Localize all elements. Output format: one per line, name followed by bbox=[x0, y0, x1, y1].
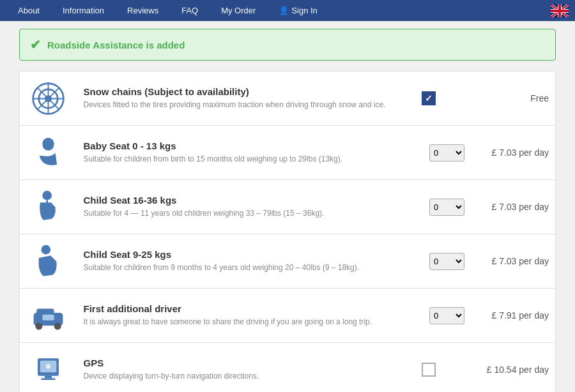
item-icon-child-seat-9-25 bbox=[20, 234, 77, 289]
item-desc-child-seat-9-25: Child Seat 9-25 kgsSuitable for children… bbox=[77, 234, 415, 289]
item-desc-baby-seat: Baby Seat 0 - 13 kgsSuitable for childre… bbox=[77, 126, 415, 180]
nav-my-order[interactable]: My Order bbox=[210, 0, 267, 21]
quantity-select[interactable]: 012345 bbox=[429, 253, 464, 270]
svg-point-12 bbox=[42, 245, 51, 254]
item-price-first-additional-driver: £ 7.91 per day bbox=[479, 289, 556, 343]
item-title: Child Seat 9-25 kgs bbox=[84, 249, 409, 260]
item-price-gps: £ 10.54 per day bbox=[479, 343, 556, 393]
checkbox-checked[interactable]: ✓ bbox=[422, 91, 436, 105]
extras-table: Snow chains (Subject to availability)Dev… bbox=[19, 71, 556, 392]
item-price-child-seat-9-25: £ 7.03 per day bbox=[479, 234, 556, 289]
page-content: ✔ Roadside Assistance is added Snow chai… bbox=[0, 21, 575, 392]
svg-rect-21 bbox=[42, 378, 56, 380]
item-description: Suitable for children from 9 months to 4… bbox=[84, 262, 409, 273]
banner-text: Roadside Assistance is added bbox=[47, 40, 185, 50]
item-price-child-seat-16-36: £ 7.03 per day bbox=[479, 180, 556, 234]
svg-point-9 bbox=[42, 151, 46, 155]
main-nav: About Information Reviews FAQ My Order 👤… bbox=[0, 0, 575, 21]
quantity-select[interactable]: 012345 bbox=[429, 199, 464, 216]
item-control-child-seat-9-25[interactable]: 012345 bbox=[415, 234, 479, 289]
nav-about[interactable]: About bbox=[6, 0, 51, 21]
nav-sign-in[interactable]: 👤 Sign In bbox=[267, 0, 328, 21]
table-row: Baby Seat 0 - 13 kgsSuitable for childre… bbox=[20, 126, 556, 180]
nav-reviews[interactable]: Reviews bbox=[116, 0, 170, 21]
table-row: GPSDevice displaying turn-by-turn naviga… bbox=[20, 343, 556, 393]
svg-point-15 bbox=[36, 322, 43, 329]
item-title: Child Seat 16-36 kgs bbox=[84, 195, 409, 206]
item-control-first-additional-driver[interactable]: 012345 bbox=[415, 289, 479, 343]
item-description: Device displaying turn-by-turn navigatio… bbox=[84, 371, 409, 382]
item-icon-snow-chains bbox=[20, 72, 77, 126]
svg-rect-17 bbox=[43, 314, 54, 320]
item-title: Snow chains (Subject to availability) bbox=[84, 86, 409, 97]
item-icon-baby-seat bbox=[20, 126, 77, 180]
check-circle-icon: ✔ bbox=[30, 37, 41, 52]
table-row: Snow chains (Subject to availability)Dev… bbox=[20, 72, 556, 126]
item-control-baby-seat[interactable]: 012345 bbox=[415, 126, 479, 180]
item-control-gps[interactable] bbox=[415, 343, 479, 393]
item-title: GPS bbox=[84, 358, 409, 368]
item-description: It is always great to have someone to sh… bbox=[84, 317, 409, 328]
svg-point-10 bbox=[43, 190, 52, 200]
item-description: Suitable for children from birth to 15 m… bbox=[84, 154, 409, 165]
item-title: Baby Seat 0 - 13 kgs bbox=[84, 140, 409, 151]
nav-faq[interactable]: FAQ bbox=[170, 0, 210, 21]
quantity-select[interactable]: 012345 bbox=[429, 307, 464, 324]
item-icon-first-additional-driver bbox=[20, 289, 77, 343]
svg-rect-20 bbox=[45, 375, 52, 378]
item-icon-gps bbox=[20, 343, 77, 393]
quantity-select[interactable]: 012345 bbox=[429, 144, 464, 162]
flag-uk[interactable] bbox=[551, 4, 569, 17]
item-control-snow-chains[interactable]: ✓ bbox=[415, 72, 479, 126]
item-title: First additional driver bbox=[84, 303, 409, 314]
item-desc-first-additional-driver: First additional driverIt is always grea… bbox=[77, 289, 415, 343]
item-control-child-seat-16-36[interactable]: 012345 bbox=[415, 180, 479, 234]
success-banner: ✔ Roadside Assistance is added bbox=[19, 29, 556, 61]
item-icon-child-seat-16-36 bbox=[20, 180, 77, 234]
item-desc-gps: GPSDevice displaying turn-by-turn naviga… bbox=[77, 343, 415, 393]
item-description: Devices fitted to the tires providing ma… bbox=[84, 100, 409, 110]
item-desc-child-seat-16-36: Child Seat 16-36 kgsSuitable for 4 — 11 … bbox=[77, 180, 415, 234]
table-row: Child Seat 9-25 kgsSuitable for children… bbox=[20, 234, 556, 289]
item-price-baby-seat: £ 7.03 per day bbox=[479, 126, 556, 180]
checkbox-unchecked[interactable] bbox=[422, 363, 436, 377]
table-row: First additional driverIt is always grea… bbox=[20, 289, 556, 343]
svg-point-16 bbox=[54, 322, 61, 329]
svg-point-8 bbox=[43, 137, 54, 150]
user-icon: 👤 bbox=[279, 6, 289, 15]
item-price-snow-chains: Free bbox=[479, 72, 556, 126]
item-desc-snow-chains: Snow chains (Subject to availability)Dev… bbox=[77, 72, 415, 126]
nav-information[interactable]: Information bbox=[51, 0, 116, 21]
item-description: Suitable for 4 — 11 years old children w… bbox=[84, 208, 409, 219]
table-row: Child Seat 16-36 kgsSuitable for 4 — 11 … bbox=[20, 180, 556, 234]
svg-point-22 bbox=[46, 364, 50, 368]
